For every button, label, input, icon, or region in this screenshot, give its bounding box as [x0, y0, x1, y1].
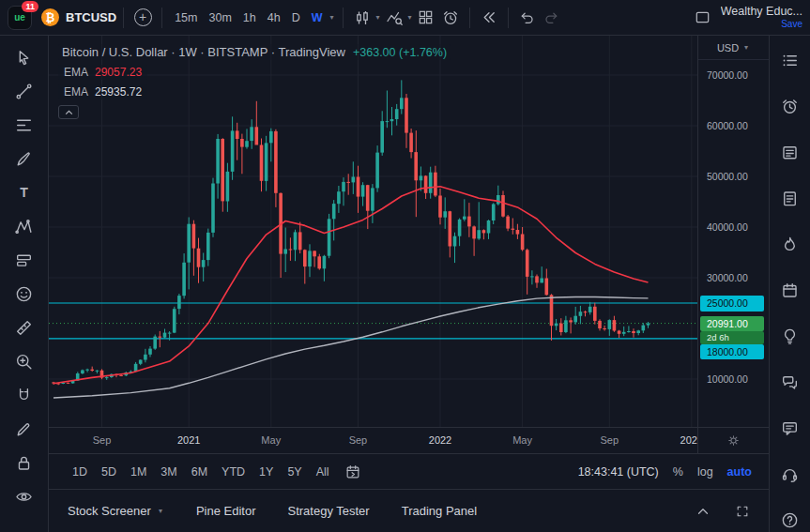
- current-price-label: 20991.00: [700, 316, 764, 332]
- emoji-icon: [14, 284, 34, 304]
- tab-trading-panel[interactable]: Trading Panel: [402, 504, 477, 518]
- tool-edit[interactable]: [8, 414, 40, 445]
- interval-15m[interactable]: 15m: [169, 8, 203, 28]
- chart-container: Bitcoin / U.S. Dollar · 1W · BITSTAMP · …: [49, 36, 769, 532]
- price-axis[interactable]: USD ▾ 10000.0030000.0040000.0050000.0060…: [697, 36, 769, 427]
- session-clock[interactable]: 18:43:41 (UTC): [578, 465, 659, 479]
- tab-label: Stock Screener: [68, 504, 151, 518]
- range-5d[interactable]: 5D: [95, 462, 123, 482]
- text-icon: T: [14, 183, 34, 203]
- news-button[interactable]: [778, 141, 802, 163]
- tool-text[interactable]: T: [8, 177, 40, 208]
- hotlists-button[interactable]: [778, 233, 802, 255]
- support-button[interactable]: [778, 463, 802, 485]
- interval-D[interactable]: D: [286, 8, 306, 28]
- tool-eye[interactable]: [8, 481, 40, 512]
- divider: [161, 8, 162, 28]
- time-labels: Sep2021MaySep2022MaySep2023: [49, 428, 697, 453]
- right-sidebar: [769, 36, 810, 532]
- scale-controls: 18:43:41 (UTC) % log auto: [578, 465, 752, 479]
- chat-icon: [780, 372, 800, 392]
- time-axis[interactable]: Sep2021MaySep2022MaySep2023: [49, 427, 769, 453]
- percent-scale-button[interactable]: %: [673, 465, 683, 479]
- tab-strategy-tester[interactable]: Strategy Tester: [287, 504, 369, 518]
- symbol-search-button[interactable]: ₿ BTCUSD: [41, 8, 116, 26]
- watchlist-button[interactable]: [778, 49, 802, 71]
- axis-settings[interactable]: [697, 428, 769, 453]
- layout-name[interactable]: Wealthy Educ...: [721, 5, 802, 19]
- range-1d[interactable]: 1D: [66, 462, 94, 482]
- symbol-name: BTCUSD: [66, 10, 116, 24]
- auto-scale-button[interactable]: auto: [727, 465, 752, 479]
- help-button[interactable]: [778, 509, 802, 531]
- interval-1h[interactable]: 1h: [237, 8, 262, 28]
- ema-fast-row[interactable]: EMA29057.23: [58, 65, 147, 80]
- panel-maximize-button[interactable]: [735, 504, 750, 519]
- bar-replay-button[interactable]: [477, 5, 501, 31]
- indicators-button[interactable]: [382, 5, 406, 31]
- alert-clock-icon: [441, 8, 460, 27]
- tool-trend-line[interactable]: [8, 76, 40, 107]
- log-scale-button[interactable]: log: [697, 465, 713, 479]
- tool-xabcd-pattern[interactable]: [8, 211, 40, 242]
- layout-select-button[interactable]: [691, 5, 715, 31]
- price-tick: 40000.00: [707, 221, 748, 234]
- messages-button[interactable]: [778, 417, 802, 439]
- interval-4h[interactable]: 4h: [262, 8, 286, 28]
- tool-long-position[interactable]: [8, 245, 40, 276]
- time-axis-label: 2022: [429, 434, 451, 446]
- undo-button[interactable]: [515, 5, 540, 31]
- range-ytd[interactable]: YTD: [215, 462, 252, 482]
- interval-30m[interactable]: 30m: [204, 8, 237, 28]
- save-layout-button[interactable]: Save: [781, 19, 802, 30]
- alerts-icon: [780, 97, 800, 116]
- tool-lock[interactable]: [8, 448, 40, 479]
- divider: [343, 8, 344, 28]
- range-3m[interactable]: 3M: [154, 462, 183, 482]
- tool-zoom-in[interactable]: [8, 346, 40, 377]
- chevron-down-icon: ▾: [744, 43, 748, 52]
- notes-icon: [780, 189, 800, 208]
- go-to-date-button[interactable]: [344, 464, 361, 480]
- price-tick: 10000.00: [707, 373, 748, 386]
- layout-icon: [694, 8, 711, 26]
- tool-measure[interactable]: [8, 312, 40, 343]
- legend-symbol-text: Bitcoin / U.S. Dollar · 1W · BITSTAMP · …: [62, 45, 345, 59]
- candle-style-button[interactable]: [350, 5, 374, 31]
- symbol-description[interactable]: Bitcoin / U.S. Dollar · 1W · BITSTAMP · …: [58, 44, 451, 60]
- panel-collapse-button[interactable]: [695, 504, 711, 519]
- chat-button[interactable]: [778, 371, 802, 393]
- price-tick: 30000.00: [707, 272, 748, 284]
- chevron-down-icon[interactable]: ▾: [408, 13, 412, 22]
- trend-line-icon: [14, 82, 34, 101]
- user-avatar[interactable]: ue 11: [8, 6, 32, 30]
- ema-slow-row[interactable]: EMA25935.72: [58, 84, 147, 99]
- range-1y[interactable]: 1Y: [252, 462, 280, 482]
- range-1m[interactable]: 1M: [124, 462, 153, 482]
- ideas-button[interactable]: [778, 325, 802, 347]
- tab-stock-screener[interactable]: Stock Screener▾: [68, 504, 164, 518]
- range-all[interactable]: All: [310, 462, 336, 482]
- watchlist-icon: [780, 51, 800, 70]
- chevron-down-icon[interactable]: ▾: [376, 13, 380, 22]
- ideas-icon: [780, 327, 800, 346]
- tool-brush[interactable]: [8, 144, 40, 175]
- compare-add-symbol-button[interactable]: +: [130, 5, 155, 31]
- tool-cursor[interactable]: [8, 42, 40, 73]
- interval-W[interactable]: W: [306, 8, 329, 28]
- range-6m[interactable]: 6M: [185, 462, 214, 482]
- tab-pine-editor[interactable]: Pine Editor: [196, 504, 256, 518]
- tool-fib-retracement[interactable]: [8, 110, 40, 141]
- chevron-down-icon[interactable]: ▾: [329, 13, 333, 22]
- calendar-button[interactable]: [778, 279, 802, 301]
- alerts-button[interactable]: [778, 95, 802, 117]
- legend-collapse-button[interactable]: [58, 105, 79, 119]
- tool-emoji[interactable]: [8, 279, 40, 310]
- redo-button[interactable]: [540, 5, 564, 31]
- create-alert-button[interactable]: [438, 5, 463, 31]
- range-5y[interactable]: 5Y: [281, 462, 308, 482]
- price-axis-currency[interactable]: USD ▾: [698, 36, 769, 60]
- indicator-templates-button[interactable]: [414, 5, 438, 31]
- tool-magnet[interactable]: [8, 380, 40, 411]
- notes-button[interactable]: [778, 187, 802, 209]
